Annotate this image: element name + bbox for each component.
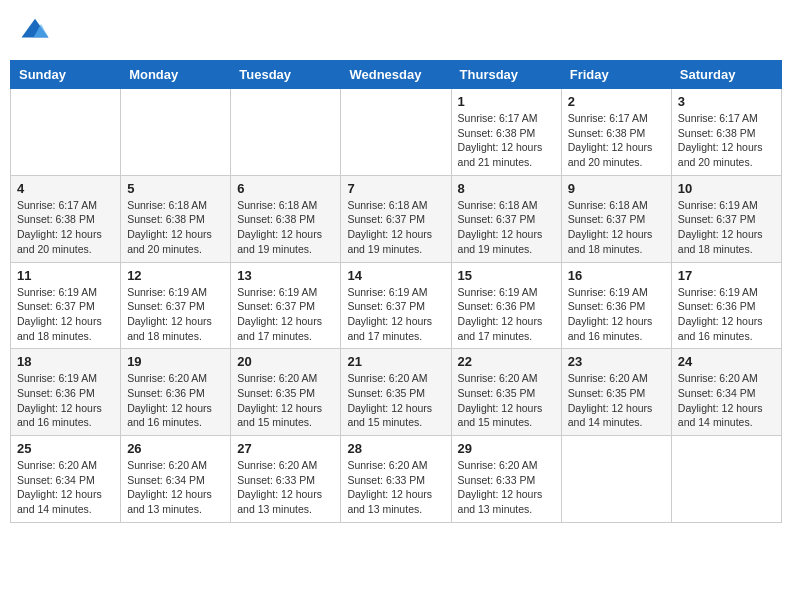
day-number: 28 [347,441,444,456]
day-info: Sunrise: 6:18 AMSunset: 6:37 PMDaylight:… [568,198,665,257]
calendar-header-thursday: Thursday [451,61,561,89]
day-info: Sunrise: 6:18 AMSunset: 6:37 PMDaylight:… [347,198,444,257]
calendar-cell [231,89,341,176]
day-info: Sunrise: 6:19 AMSunset: 6:37 PMDaylight:… [347,285,444,344]
calendar-cell: 23Sunrise: 6:20 AMSunset: 6:35 PMDayligh… [561,349,671,436]
calendar-header-row: SundayMondayTuesdayWednesdayThursdayFrid… [11,61,782,89]
day-number: 1 [458,94,555,109]
calendar-cell: 9Sunrise: 6:18 AMSunset: 6:37 PMDaylight… [561,175,671,262]
day-info: Sunrise: 6:18 AMSunset: 6:38 PMDaylight:… [127,198,224,257]
calendar-cell: 20Sunrise: 6:20 AMSunset: 6:35 PMDayligh… [231,349,341,436]
day-number: 19 [127,354,224,369]
calendar-cell: 24Sunrise: 6:20 AMSunset: 6:34 PMDayligh… [671,349,781,436]
calendar-cell: 17Sunrise: 6:19 AMSunset: 6:36 PMDayligh… [671,262,781,349]
day-info: Sunrise: 6:18 AMSunset: 6:38 PMDaylight:… [237,198,334,257]
day-info: Sunrise: 6:20 AMSunset: 6:34 PMDaylight:… [17,458,114,517]
day-number: 3 [678,94,775,109]
day-number: 12 [127,268,224,283]
calendar-cell: 4Sunrise: 6:17 AMSunset: 6:38 PMDaylight… [11,175,121,262]
day-info: Sunrise: 6:20 AMSunset: 6:34 PMDaylight:… [127,458,224,517]
calendar-header-saturday: Saturday [671,61,781,89]
calendar-cell: 16Sunrise: 6:19 AMSunset: 6:36 PMDayligh… [561,262,671,349]
day-number: 22 [458,354,555,369]
day-info: Sunrise: 6:20 AMSunset: 6:35 PMDaylight:… [458,371,555,430]
calendar-cell: 8Sunrise: 6:18 AMSunset: 6:37 PMDaylight… [451,175,561,262]
day-info: Sunrise: 6:17 AMSunset: 6:38 PMDaylight:… [458,111,555,170]
calendar-week-1: 1Sunrise: 6:17 AMSunset: 6:38 PMDaylight… [11,89,782,176]
calendar-cell: 5Sunrise: 6:18 AMSunset: 6:38 PMDaylight… [121,175,231,262]
calendar-cell: 2Sunrise: 6:17 AMSunset: 6:38 PMDaylight… [561,89,671,176]
day-info: Sunrise: 6:19 AMSunset: 6:37 PMDaylight:… [237,285,334,344]
calendar-header-tuesday: Tuesday [231,61,341,89]
day-number: 24 [678,354,775,369]
calendar-header-wednesday: Wednesday [341,61,451,89]
calendar-cell: 3Sunrise: 6:17 AMSunset: 6:38 PMDaylight… [671,89,781,176]
day-info: Sunrise: 6:20 AMSunset: 6:36 PMDaylight:… [127,371,224,430]
calendar-cell: 11Sunrise: 6:19 AMSunset: 6:37 PMDayligh… [11,262,121,349]
calendar-header-sunday: Sunday [11,61,121,89]
day-info: Sunrise: 6:20 AMSunset: 6:33 PMDaylight:… [237,458,334,517]
calendar-cell: 6Sunrise: 6:18 AMSunset: 6:38 PMDaylight… [231,175,341,262]
calendar-week-2: 4Sunrise: 6:17 AMSunset: 6:38 PMDaylight… [11,175,782,262]
day-number: 8 [458,181,555,196]
day-number: 6 [237,181,334,196]
day-info: Sunrise: 6:20 AMSunset: 6:33 PMDaylight:… [347,458,444,517]
calendar-cell: 26Sunrise: 6:20 AMSunset: 6:34 PMDayligh… [121,436,231,523]
day-number: 5 [127,181,224,196]
day-number: 14 [347,268,444,283]
day-number: 15 [458,268,555,283]
calendar-cell: 25Sunrise: 6:20 AMSunset: 6:34 PMDayligh… [11,436,121,523]
logo-icon [20,15,50,45]
day-number: 26 [127,441,224,456]
day-info: Sunrise: 6:19 AMSunset: 6:36 PMDaylight:… [568,285,665,344]
day-number: 21 [347,354,444,369]
calendar-cell: 12Sunrise: 6:19 AMSunset: 6:37 PMDayligh… [121,262,231,349]
day-info: Sunrise: 6:19 AMSunset: 6:36 PMDaylight:… [678,285,775,344]
day-number: 16 [568,268,665,283]
calendar-cell [561,436,671,523]
calendar-cell: 1Sunrise: 6:17 AMSunset: 6:38 PMDaylight… [451,89,561,176]
calendar: SundayMondayTuesdayWednesdayThursdayFrid… [10,60,782,523]
calendar-cell: 21Sunrise: 6:20 AMSunset: 6:35 PMDayligh… [341,349,451,436]
calendar-week-4: 18Sunrise: 6:19 AMSunset: 6:36 PMDayligh… [11,349,782,436]
calendar-cell: 14Sunrise: 6:19 AMSunset: 6:37 PMDayligh… [341,262,451,349]
day-info: Sunrise: 6:19 AMSunset: 6:37 PMDaylight:… [127,285,224,344]
day-info: Sunrise: 6:19 AMSunset: 6:37 PMDaylight:… [678,198,775,257]
calendar-cell: 18Sunrise: 6:19 AMSunset: 6:36 PMDayligh… [11,349,121,436]
calendar-cell [341,89,451,176]
header [10,10,782,50]
day-info: Sunrise: 6:20 AMSunset: 6:33 PMDaylight:… [458,458,555,517]
day-number: 18 [17,354,114,369]
day-number: 29 [458,441,555,456]
calendar-cell: 28Sunrise: 6:20 AMSunset: 6:33 PMDayligh… [341,436,451,523]
calendar-cell: 10Sunrise: 6:19 AMSunset: 6:37 PMDayligh… [671,175,781,262]
calendar-cell: 15Sunrise: 6:19 AMSunset: 6:36 PMDayligh… [451,262,561,349]
day-info: Sunrise: 6:18 AMSunset: 6:37 PMDaylight:… [458,198,555,257]
calendar-week-3: 11Sunrise: 6:19 AMSunset: 6:37 PMDayligh… [11,262,782,349]
day-number: 25 [17,441,114,456]
day-info: Sunrise: 6:19 AMSunset: 6:37 PMDaylight:… [17,285,114,344]
day-info: Sunrise: 6:19 AMSunset: 6:36 PMDaylight:… [17,371,114,430]
day-number: 17 [678,268,775,283]
day-info: Sunrise: 6:20 AMSunset: 6:35 PMDaylight:… [347,371,444,430]
calendar-cell: 22Sunrise: 6:20 AMSunset: 6:35 PMDayligh… [451,349,561,436]
day-number: 23 [568,354,665,369]
day-info: Sunrise: 6:17 AMSunset: 6:38 PMDaylight:… [17,198,114,257]
calendar-cell [671,436,781,523]
calendar-cell: 19Sunrise: 6:20 AMSunset: 6:36 PMDayligh… [121,349,231,436]
calendar-cell: 7Sunrise: 6:18 AMSunset: 6:37 PMDaylight… [341,175,451,262]
day-info: Sunrise: 6:17 AMSunset: 6:38 PMDaylight:… [568,111,665,170]
day-number: 2 [568,94,665,109]
day-number: 4 [17,181,114,196]
calendar-cell [11,89,121,176]
day-info: Sunrise: 6:19 AMSunset: 6:36 PMDaylight:… [458,285,555,344]
logo [20,15,54,45]
calendar-cell: 27Sunrise: 6:20 AMSunset: 6:33 PMDayligh… [231,436,341,523]
calendar-cell [121,89,231,176]
day-info: Sunrise: 6:20 AMSunset: 6:34 PMDaylight:… [678,371,775,430]
day-info: Sunrise: 6:17 AMSunset: 6:38 PMDaylight:… [678,111,775,170]
day-info: Sunrise: 6:20 AMSunset: 6:35 PMDaylight:… [568,371,665,430]
calendar-week-5: 25Sunrise: 6:20 AMSunset: 6:34 PMDayligh… [11,436,782,523]
day-number: 11 [17,268,114,283]
calendar-header-monday: Monday [121,61,231,89]
